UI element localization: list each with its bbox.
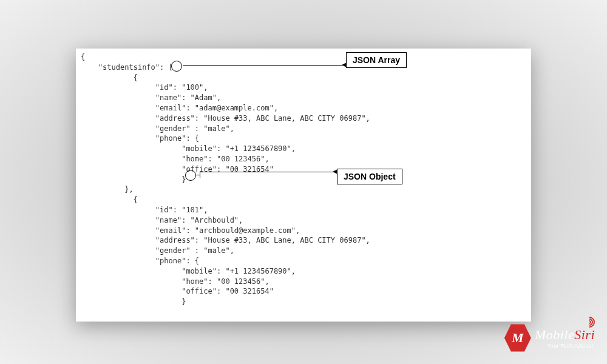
code-panel: { "studentsinfo": [ { "id": "100", "name…: [76, 49, 531, 322]
json-object-label: JSON Object: [337, 169, 402, 184]
json-code: { "studentsinfo": [ { "id": "100", "name…: [76, 49, 531, 322]
array-bracket-highlight-circle: [171, 61, 182, 72]
object-callout-corner: [200, 172, 200, 178]
json-array-label: JSON Array: [346, 52, 407, 68]
logo-hexagon: M: [504, 323, 531, 353]
object-brace-highlight-circle: [185, 170, 196, 181]
array-callout-line: [183, 65, 344, 66]
wifi-icon: [579, 312, 591, 324]
logo-text: MobileSiri Your Tech Adviser: [535, 327, 595, 349]
brand-logo: M MobileSiri Your Tech Adviser: [504, 323, 595, 353]
object-callout-line-2: [200, 172, 337, 172]
